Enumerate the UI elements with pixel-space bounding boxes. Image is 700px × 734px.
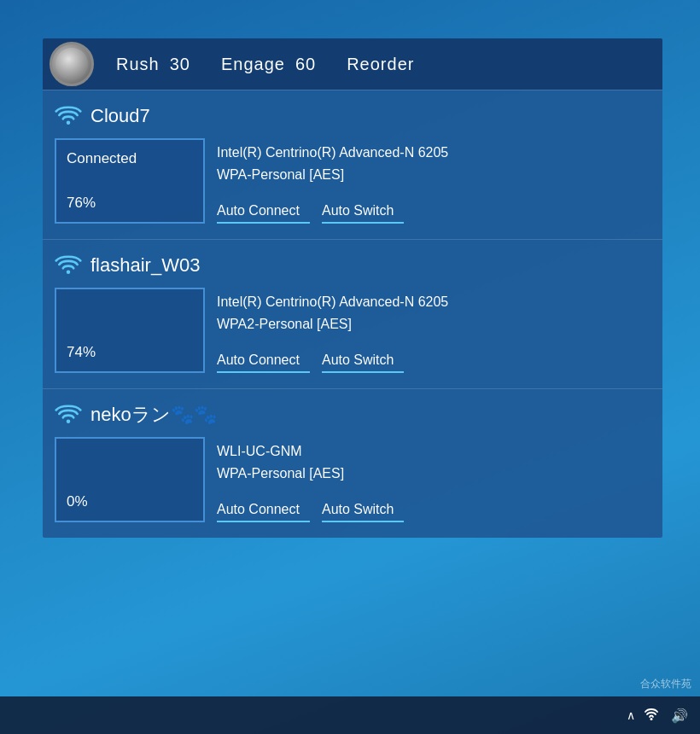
rush-button[interactable]: Rush 30 — [101, 48, 206, 81]
status-cloud7: Connected — [67, 150, 193, 167]
network-body-flashair: 74% Intel(R) Centrino(R) Advanced-N 6205… — [43, 288, 662, 388]
network-details-neko: WLI-UC-GNM WPA-Personal [AES] — [217, 437, 650, 484]
security-cloud7: WPA-Personal [AES] — [217, 164, 650, 186]
network-tray-icon[interactable] — [640, 704, 662, 726]
network-info-flashair: Intel(R) Centrino(R) Advanced-N 6205 WPA… — [217, 288, 650, 373]
volume-icon[interactable]: 🔊 — [668, 706, 691, 725]
network-header-flashair: flashair_W03 — [43, 240, 662, 288]
network-header-neko: nekoラン🐾🐾 — [43, 389, 662, 437]
wifi-icon-neko — [55, 401, 82, 428]
network-section-cloud7: Cloud7 Connected 76% Intel(R) Centrino(R… — [43, 90, 662, 239]
rush-value: 30 — [170, 55, 190, 74]
signal-neko: 0% — [67, 493, 193, 510]
adapter-cloud7: Intel(R) Centrino(R) Advanced-N 6205 — [217, 142, 650, 164]
svg-point-1 — [67, 271, 70, 274]
wifi-icon-flashair — [55, 252, 82, 279]
auto-connect-cloud7[interactable]: Auto Connect — [217, 200, 310, 224]
network-name-flashair: flashair_W03 — [90, 254, 200, 277]
network-body-neko: 0% WLI-UC-GNM WPA-Personal [AES] Auto Co… — [43, 437, 662, 538]
wifi-icon-cloud7 — [55, 102, 82, 130]
signal-box-flashair: 74% — [55, 288, 205, 373]
security-neko: WPA-Personal [AES] — [217, 463, 650, 485]
signal-cloud7: 76% — [67, 195, 193, 212]
adapter-neko: WLI-UC-GNM — [217, 440, 650, 463]
rush-label: Rush — [116, 55, 160, 74]
auto-switch-cloud7[interactable]: Auto Switch — [322, 200, 404, 224]
svg-point-0 — [67, 121, 70, 125]
network-actions-flashair: Auto Connect Auto Switch — [217, 349, 650, 373]
network-name-neko: nekoラン🐾🐾 — [90, 402, 217, 428]
network-info-cloud7: Intel(R) Centrino(R) Advanced-N 6205 WPA… — [217, 138, 650, 224]
network-header-cloud7: Cloud7 — [43, 90, 662, 138]
network-actions-neko: Auto Connect Auto Switch — [217, 498, 650, 522]
security-flashair: WPA2-Personal [AES] — [217, 313, 650, 335]
network-info-neko: WLI-UC-GNM WPA-Personal [AES] Auto Conne… — [217, 437, 650, 522]
chevron-up-icon[interactable]: ∧ — [627, 708, 635, 722]
svg-point-3 — [650, 718, 653, 720]
reorder-label: Reorder — [347, 55, 414, 74]
engage-label: Engage — [221, 55, 285, 74]
auto-connect-neko[interactable]: Auto Connect — [217, 498, 310, 522]
network-section-flashair: flashair_W03 74% Intel(R) Centrino(R) Ad… — [43, 239, 662, 388]
auto-switch-neko[interactable]: Auto Switch — [322, 498, 404, 522]
main-panel: Rush 30 Engage 60 Reorder Cloud7 — [43, 38, 662, 538]
watermark: 合众软件苑 — [640, 677, 691, 691]
reorder-button[interactable]: Reorder — [331, 48, 429, 81]
network-name-cloud7: Cloud7 — [90, 105, 150, 127]
app-logo — [50, 42, 94, 86]
header-bar: Rush 30 Engage 60 Reorder — [43, 38, 662, 90]
adapter-flashair: Intel(R) Centrino(R) Advanced-N 6205 — [217, 291, 650, 313]
auto-connect-flashair[interactable]: Auto Connect — [217, 349, 310, 373]
network-body-cloud7: Connected 76% Intel(R) Centrino(R) Advan… — [43, 138, 662, 239]
network-section-neko: nekoラン🐾🐾 0% WLI-UC-GNM WPA-Personal [AES… — [43, 388, 662, 538]
engage-button[interactable]: Engage 60 — [206, 48, 331, 81]
network-details-cloud7: Intel(R) Centrino(R) Advanced-N 6205 WPA… — [217, 138, 650, 185]
svg-point-2 — [67, 420, 70, 423]
auto-switch-flashair[interactable]: Auto Switch — [322, 349, 404, 373]
network-actions-cloud7: Auto Connect Auto Switch — [217, 200, 650, 224]
signal-box-neko: 0% — [55, 437, 205, 522]
signal-box-cloud7: Connected 76% — [55, 138, 205, 224]
taskbar: ∧ 🔊 — [0, 696, 700, 734]
signal-flashair: 74% — [67, 344, 193, 361]
engage-value: 60 — [295, 55, 316, 74]
network-details-flashair: Intel(R) Centrino(R) Advanced-N 6205 WPA… — [217, 288, 650, 335]
